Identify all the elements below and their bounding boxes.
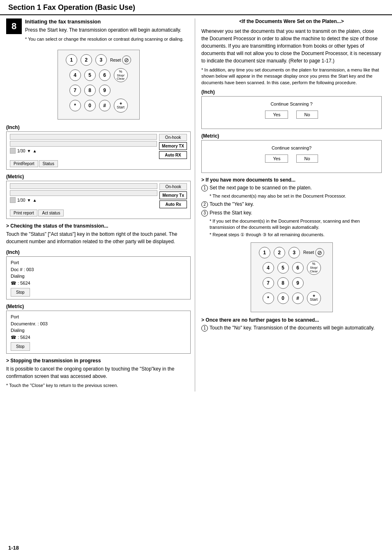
key-reset: Reset ⊘ bbox=[110, 55, 131, 64]
status-inch-line1: Port bbox=[11, 259, 186, 266]
stopping-head: > Stopping the transmission in progress bbox=[6, 358, 191, 364]
status-metric-panel: Port Documentnr. : 003 Dialing ☎ : 5624 … bbox=[6, 311, 191, 354]
status-inch-stop-btn[interactable]: Stop bbox=[11, 288, 30, 297]
dialog-metric-label: (Metric) bbox=[201, 133, 382, 139]
key-star: * bbox=[69, 100, 81, 111]
dialog-metric-box: Continue scanning? Yes No bbox=[201, 140, 382, 173]
key-5: 5 bbox=[84, 69, 96, 81]
status-inch-line2: Doc # : 003 bbox=[11, 266, 186, 273]
no-more-head: > Once there are no further pages to be … bbox=[201, 317, 382, 323]
k2-key-hash: # bbox=[292, 292, 304, 304]
key-hash: # bbox=[99, 100, 111, 111]
step-title: Initiating the fax transmission bbox=[25, 18, 184, 25]
page-number: 1-18 bbox=[8, 545, 19, 551]
stopping-note: * Touch the "Close" key to return to the… bbox=[6, 382, 191, 389]
lcd-metric-label: (Metric) bbox=[6, 174, 191, 180]
lcd-inch-auto-rx: Auto RX bbox=[159, 151, 187, 159]
page-header: Section 1 Fax Operation (Basic Use) bbox=[0, 0, 392, 15]
page-title: Section 1 Fax Operation (Basic Use) bbox=[8, 3, 135, 12]
dialog-inch-yes[interactable]: Yes bbox=[265, 111, 288, 119]
lcd-inch-pagenum: 1/30 bbox=[17, 149, 25, 153]
more-docs-step3-text: Press the Start key. bbox=[210, 210, 252, 216]
keypad2-diagram: 1 2 3 Reset ⊘ 4 5 6 % Stop/Clear bbox=[251, 242, 333, 312]
checking-head: > Checking the status of the transmissio… bbox=[6, 223, 191, 229]
k2-key-start: ◈ Start bbox=[307, 291, 321, 305]
left-column: 8 Initiating the fax transmission Press … bbox=[6, 18, 195, 391]
lcd-metric-arrow-down: ▼ bbox=[27, 198, 31, 203]
dialog-inch-question: Continue Scanning ? bbox=[208, 101, 375, 106]
status-metric-line1: Port bbox=[11, 313, 186, 320]
k2-key-7: 7 bbox=[263, 277, 274, 289]
key-1: 1 bbox=[66, 54, 77, 66]
lcd-metric-onhook: On-hook bbox=[159, 183, 187, 190]
step-note1: * You can select or change the resolutio… bbox=[25, 36, 184, 42]
k2-key-4: 4 bbox=[263, 262, 274, 274]
lcd-metric-print-report: Print report bbox=[10, 210, 37, 216]
right-body-text: Whenever you set the documents that you … bbox=[201, 28, 382, 64]
dialog-metric-buttons: Yes No bbox=[208, 154, 375, 163]
more-docs-step3-note2: * Repeat steps ① through ③ for all remai… bbox=[201, 232, 382, 238]
k2-key-6: 6 bbox=[292, 262, 304, 274]
lcd-inch-label: (Inch) bbox=[6, 124, 191, 130]
more-docs-head: > If you have more documents to send... bbox=[201, 177, 382, 183]
status-inch-label: (Inch) bbox=[6, 249, 191, 255]
lcd-metric-memory-tx: Memory Tx bbox=[159, 191, 187, 199]
status-inch-panel: Port Doc # : 003 Dialing ☎ : 5624 Stop bbox=[6, 256, 191, 299]
k2-key-reset: Reset ⊘ bbox=[303, 248, 324, 257]
more-docs-step2: 2 Touch the "Yes" key. bbox=[201, 201, 382, 208]
key-7: 7 bbox=[69, 85, 81, 96]
status-inch-line3: Dialing bbox=[11, 273, 186, 280]
lcd-metric-auto-rx: Auto Rx bbox=[159, 200, 187, 208]
k2-key-8: 8 bbox=[277, 277, 289, 289]
k2-key-9: 9 bbox=[292, 277, 304, 289]
right-section-header: <If the Documents Were Set on the Platen… bbox=[201, 18, 382, 24]
no-more-step1-text: Touch the "No" key. Transmission of the … bbox=[210, 325, 375, 332]
key-start: ◈ Start bbox=[114, 99, 128, 113]
lcd-inch-arrow-up: ▲ bbox=[32, 149, 37, 153]
k2-key-3: 3 bbox=[288, 247, 300, 258]
dialog-inch-box: Continue Scanning ? Yes No bbox=[201, 96, 382, 129]
key-6: 6 bbox=[99, 69, 111, 81]
key-stop-clear: % Stop/Clear bbox=[114, 68, 128, 82]
right-column: <If the Documents Were Set on the Platen… bbox=[195, 18, 382, 333]
more-docs-step3: 3 Press the Start key. bbox=[201, 210, 382, 216]
key-9: 9 bbox=[99, 85, 111, 96]
k2-key-stop-clear: % Stop/Clear bbox=[307, 261, 321, 275]
lcd-metric-arrow-up: ▲ bbox=[32, 198, 37, 203]
right-note-text: * In addition, any time you set document… bbox=[201, 67, 382, 86]
k2-key-0: 0 bbox=[277, 292, 289, 304]
lcd-inch-panel: 1/30 ▼ ▲ On-hook Memory TX Auto RX Print… bbox=[6, 131, 191, 170]
step-number: 8 bbox=[6, 18, 22, 34]
dialog-inch-buttons: Yes No bbox=[208, 111, 375, 119]
more-docs-step2-text: Touch the "Yes" key. bbox=[210, 201, 254, 208]
dialog-inch-label: (Inch) bbox=[201, 89, 382, 95]
key-4: 4 bbox=[69, 69, 81, 81]
lcd-inch-arrow-down: ▼ bbox=[27, 149, 31, 153]
dialog-metric-question: Continue scanning? bbox=[208, 145, 375, 150]
status-metric-line4: ☎ : 5624 bbox=[11, 334, 186, 341]
dialog-inch-no[interactable]: No bbox=[296, 111, 318, 119]
checking-body: Touch the "Status" ["Act status"] key in… bbox=[6, 230, 191, 245]
lcd-inch-status: Status bbox=[39, 160, 58, 167]
key-8: 8 bbox=[84, 85, 96, 96]
lcd-metric-panel: 1/30 ▼ ▲ On-hook Memory Tx Auto Rx Print… bbox=[6, 181, 191, 219]
lcd-inch-memory-tx: Memory TX bbox=[159, 142, 187, 150]
stopping-body: It is possible to cancel the ongoing ope… bbox=[6, 365, 191, 380]
status-metric-label: (Metric) bbox=[6, 304, 191, 309]
k2-key-2: 2 bbox=[274, 247, 285, 258]
keypad-diagram: 1 2 3 Reset ⊘ 4 5 6 % Stop/Clear bbox=[58, 50, 140, 120]
status-metric-line2: Documentnr. : 003 bbox=[11, 320, 186, 327]
more-docs-step1-text: Set the next page to be scanned on the p… bbox=[210, 184, 312, 191]
dialog-metric-yes[interactable]: Yes bbox=[265, 154, 288, 163]
no-more-step1: 1 Touch the "No" key. Transmission of th… bbox=[201, 325, 382, 332]
lcd-metric-pagenum: 1/30 bbox=[17, 198, 25, 203]
key-3: 3 bbox=[95, 54, 107, 66]
status-metric-stop-btn[interactable]: Stop bbox=[11, 342, 30, 351]
key-0: 0 bbox=[84, 100, 96, 111]
step-body1: Press the Start key. The transmission op… bbox=[25, 26, 184, 34]
k2-key-1: 1 bbox=[259, 247, 270, 258]
lcd-inch-onhook: On-hook bbox=[159, 134, 187, 141]
dialog-metric-no[interactable]: No bbox=[296, 154, 318, 163]
more-docs-step1-note: * The next document(s) may also be set i… bbox=[201, 193, 382, 199]
more-docs-step3-note1: * If you set the document(s) in the Docu… bbox=[201, 218, 382, 231]
